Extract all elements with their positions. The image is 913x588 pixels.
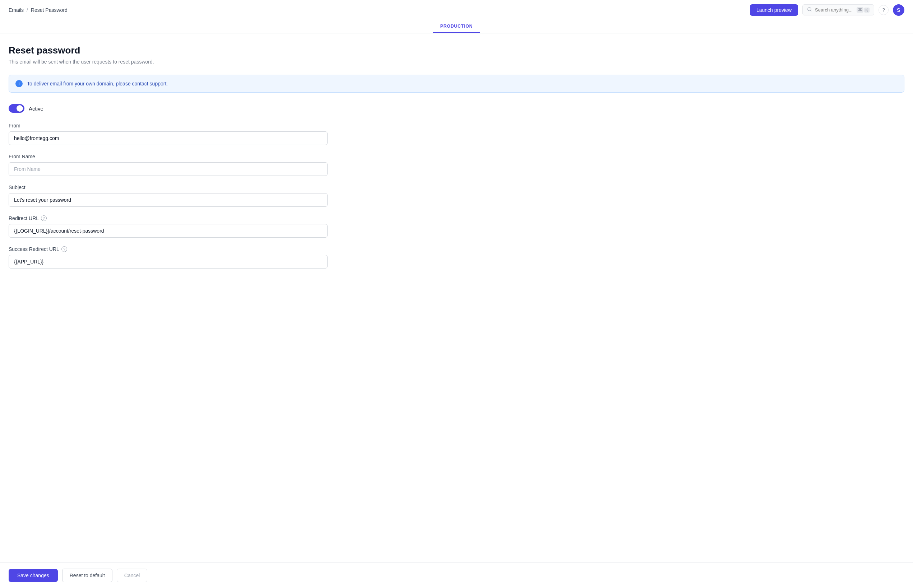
- breadcrumb: Emails / Reset Password: [9, 7, 68, 13]
- subject-input[interactable]: [9, 193, 327, 207]
- success-redirect-url-field: Success Redirect URL ?: [9, 246, 904, 268]
- search-shortcut: ⌘ K: [856, 7, 869, 13]
- subject-label: Subject: [9, 184, 904, 190]
- toggle-label: Active: [29, 105, 44, 111]
- svg-line-1: [811, 10, 812, 11]
- from-field: From: [9, 123, 904, 145]
- from-name-field: From Name: [9, 153, 904, 176]
- toggle-track: [9, 104, 24, 113]
- breadcrumb-separator: /: [27, 7, 28, 13]
- redirect-url-input[interactable]: [9, 224, 327, 237]
- info-banner: i To deliver email from your own domain,…: [9, 75, 904, 93]
- launch-preview-button[interactable]: Launch preview: [750, 4, 798, 16]
- header-left: Emails / Reset Password: [9, 7, 68, 13]
- breadcrumb-parent[interactable]: Emails: [9, 7, 24, 13]
- shortcut-key: K: [864, 8, 869, 13]
- from-input[interactable]: [9, 131, 327, 145]
- success-redirect-url-input[interactable]: [9, 255, 327, 268]
- page-description: This email will be sent when the user re…: [9, 59, 904, 65]
- active-toggle-row: Active: [9, 104, 904, 113]
- search-bar[interactable]: ⌘ K: [802, 4, 874, 15]
- help-icon[interactable]: ?: [879, 5, 889, 15]
- info-icon: i: [15, 80, 23, 87]
- svg-point-0: [808, 8, 811, 11]
- header-right: Launch preview ⌘ K ? S: [750, 4, 904, 16]
- success-redirect-url-label: Success Redirect URL ?: [9, 246, 904, 252]
- from-name-label: From Name: [9, 153, 904, 159]
- shortcut-meta: ⌘: [856, 7, 863, 13]
- toggle-thumb: [16, 105, 23, 111]
- main-content: Reset password This email will be sent w…: [0, 33, 913, 320]
- env-tab-production[interactable]: PRODUCTION: [433, 20, 480, 33]
- header: Emails / Reset Password Launch preview ⌘…: [0, 0, 913, 20]
- breadcrumb-current: Reset Password: [31, 7, 68, 13]
- success-redirect-url-help-icon[interactable]: ?: [62, 246, 67, 252]
- subject-field: Subject: [9, 184, 904, 207]
- avatar[interactable]: S: [893, 4, 904, 16]
- redirect-url-label: Redirect URL ?: [9, 215, 904, 221]
- page-title: Reset password: [9, 45, 904, 56]
- active-toggle[interactable]: [9, 104, 24, 113]
- from-name-input[interactable]: [9, 162, 327, 176]
- redirect-url-help-icon[interactable]: ?: [41, 215, 47, 221]
- search-icon: [807, 7, 812, 13]
- env-tab-bar: PRODUCTION: [0, 20, 913, 33]
- info-banner-text: To deliver email from your own domain, p…: [27, 81, 168, 87]
- redirect-url-field: Redirect URL ?: [9, 215, 904, 237]
- from-label: From: [9, 123, 904, 129]
- search-input[interactable]: [815, 7, 854, 13]
